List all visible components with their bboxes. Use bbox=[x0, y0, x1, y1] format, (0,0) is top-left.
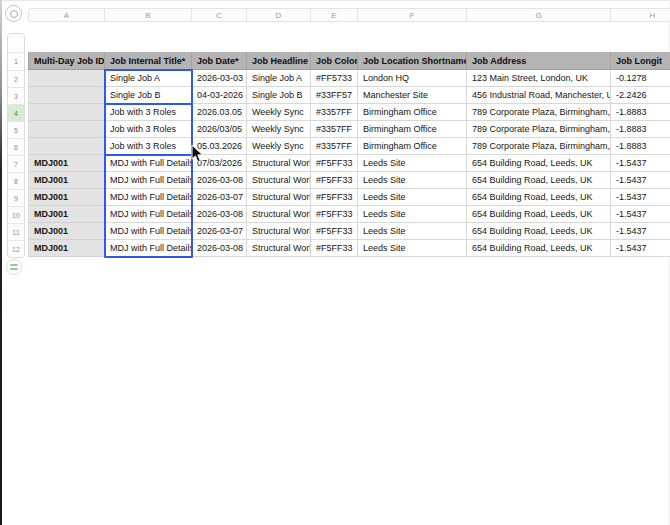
cell-H7[interactable]: -1.5437 bbox=[611, 155, 670, 172]
cell-D11[interactable]: Structural Work bbox=[247, 223, 311, 240]
cell-C5[interactable]: 2026/03/05 bbox=[192, 121, 247, 138]
cell-H10[interactable]: -1.5437 bbox=[611, 206, 670, 223]
row-number-4[interactable]: 4 bbox=[8, 105, 24, 122]
cell-E4[interactable]: #3357FF bbox=[311, 104, 358, 121]
cell-D2[interactable]: Single Job A bbox=[247, 70, 311, 87]
selection-range-3[interactable] bbox=[104, 154, 193, 258]
column-letter-D[interactable]: D bbox=[247, 8, 311, 22]
cell-E5[interactable]: #3357FF bbox=[311, 121, 358, 138]
cell-E12[interactable]: #F5FF33 bbox=[311, 240, 358, 257]
header-cell-G1[interactable]: Job Address bbox=[467, 52, 611, 70]
header-cell-D1[interactable]: Job Headline bbox=[247, 52, 311, 70]
row-number-2[interactable]: 2 bbox=[8, 71, 24, 88]
selection-range-2[interactable] bbox=[104, 103, 193, 156]
header-cell-F1[interactable]: Job Location Shortname bbox=[358, 52, 467, 70]
column-letter-H[interactable]: H bbox=[611, 8, 670, 22]
row-number-11[interactable]: 11 bbox=[8, 224, 24, 241]
cell-A8[interactable]: MDJ001 bbox=[28, 172, 105, 189]
cell-G11[interactable]: 654 Building Road, Leeds, UK bbox=[467, 223, 611, 240]
column-letter-G[interactable]: G bbox=[467, 8, 611, 22]
cell-C7[interactable]: 07/03/2026 bbox=[192, 155, 247, 172]
cell-D9[interactable]: Structural Work bbox=[247, 189, 311, 206]
cell-A12[interactable]: MDJ001 bbox=[28, 240, 105, 257]
cell-H6[interactable]: -1.8883 bbox=[611, 138, 670, 155]
cell-A5[interactable] bbox=[28, 121, 105, 138]
cell-C10[interactable]: 2026-03-08 bbox=[192, 206, 247, 223]
cell-A11[interactable]: MDJ001 bbox=[28, 223, 105, 240]
cell-F8[interactable]: Leeds Site bbox=[358, 172, 467, 189]
cell-G7[interactable]: 654 Building Road, Leeds, UK bbox=[467, 155, 611, 172]
cell-C9[interactable]: 2026-03-07 bbox=[192, 189, 247, 206]
cell-F9[interactable]: Leeds Site bbox=[358, 189, 467, 206]
cell-H5[interactable]: -1.8883 bbox=[611, 121, 670, 138]
cell-C3[interactable]: 04-03-2026 bbox=[192, 87, 247, 104]
cell-E6[interactable]: #3357FF bbox=[311, 138, 358, 155]
header-cell-E1[interactable]: Job Color bbox=[311, 52, 358, 70]
cell-D8[interactable]: Structural Work bbox=[247, 172, 311, 189]
cell-E9[interactable]: #F5FF33 bbox=[311, 189, 358, 206]
row-number-5[interactable]: 5 bbox=[8, 122, 24, 139]
cell-F4[interactable]: Birmingham Office bbox=[358, 104, 467, 121]
header-cell-C1[interactable]: Job Date* bbox=[192, 52, 247, 70]
cell-C12[interactable]: 2026-03-08 bbox=[192, 240, 247, 257]
header-cell-H1[interactable]: Job Longit bbox=[611, 52, 670, 70]
cell-D12[interactable]: Structural Work bbox=[247, 240, 311, 257]
cell-F12[interactable]: Leeds Site bbox=[358, 240, 467, 257]
cell-H9[interactable]: -1.5437 bbox=[611, 189, 670, 206]
cell-A6[interactable] bbox=[28, 138, 105, 155]
cell-C6[interactable]: 05.03.2026 bbox=[192, 138, 247, 155]
cell-C2[interactable]: 2026-03-03 bbox=[192, 70, 247, 87]
cell-H2[interactable]: -0.1278 bbox=[611, 70, 670, 87]
header-cell-A1[interactable]: Multi-Day Job ID bbox=[28, 52, 105, 70]
cell-G10[interactable]: 654 Building Road, Leeds, UK bbox=[467, 206, 611, 223]
cell-G2[interactable]: 123 Main Street, London, UK bbox=[467, 70, 611, 87]
selection-range-1[interactable] bbox=[104, 69, 193, 105]
column-letter-F[interactable]: F bbox=[358, 8, 467, 22]
cell-F6[interactable]: Birmingham Office bbox=[358, 138, 467, 155]
cell-A9[interactable]: MDJ001 bbox=[28, 189, 105, 206]
row-number-7[interactable]: 7 bbox=[8, 156, 24, 173]
cell-E11[interactable]: #F5FF33 bbox=[311, 223, 358, 240]
cell-G6[interactable]: 789 Corporate Plaza, Birmingham, UK bbox=[467, 138, 611, 155]
cell-D4[interactable]: Weekly Sync bbox=[247, 104, 311, 121]
cell-C11[interactable]: 2026-03-07 bbox=[192, 223, 247, 240]
cell-E2[interactable]: #FF5733 bbox=[311, 70, 358, 87]
cell-E8[interactable]: #F5FF33 bbox=[311, 172, 358, 189]
cell-G4[interactable]: 789 Corporate Plaza, Birmingham, UK bbox=[467, 104, 611, 121]
cell-D5[interactable]: Weekly Sync bbox=[247, 121, 311, 138]
cell-A10[interactable]: MDJ001 bbox=[28, 206, 105, 223]
cell-F2[interactable]: London HQ bbox=[358, 70, 467, 87]
cell-C4[interactable]: 2026.03.05 bbox=[192, 104, 247, 121]
add-row-handle[interactable] bbox=[6, 259, 22, 275]
row-number-1[interactable]: 1 bbox=[8, 53, 24, 71]
cell-E7[interactable]: #F5FF33 bbox=[311, 155, 358, 172]
cell-A3[interactable] bbox=[28, 87, 105, 104]
cell-H4[interactable]: -1.8883 bbox=[611, 104, 670, 121]
row-number-3[interactable]: 3 bbox=[8, 88, 24, 105]
column-letter-B[interactable]: B bbox=[105, 8, 192, 22]
row-number-6[interactable]: 6 bbox=[8, 139, 24, 156]
column-letter-C[interactable]: C bbox=[192, 8, 247, 22]
cell-G9[interactable]: 654 Building Road, Leeds, UK bbox=[467, 189, 611, 206]
cell-A7[interactable]: MDJ001 bbox=[28, 155, 105, 172]
cell-H12[interactable]: -1.5437 bbox=[611, 240, 670, 257]
row-number-12[interactable]: 12 bbox=[8, 241, 24, 257]
cell-D6[interactable]: Weekly Sync bbox=[247, 138, 311, 155]
row-number-8[interactable]: 8 bbox=[8, 173, 24, 190]
cell-A2[interactable] bbox=[28, 70, 105, 87]
row-number-9[interactable]: 9 bbox=[8, 190, 24, 207]
cell-G12[interactable]: 654 Building Road, Leeds, UK bbox=[467, 240, 611, 257]
column-letter-A[interactable]: A bbox=[28, 8, 105, 22]
cell-G5[interactable]: 789 Corporate Plaza, Birmingham, UK bbox=[467, 121, 611, 138]
cell-D7[interactable]: Structural Work bbox=[247, 155, 311, 172]
cell-F11[interactable]: Leeds Site bbox=[358, 223, 467, 240]
cell-D3[interactable]: Single Job B bbox=[247, 87, 311, 104]
cell-F7[interactable]: Leeds Site bbox=[358, 155, 467, 172]
cell-H11[interactable]: -1.5437 bbox=[611, 223, 670, 240]
cell-F5[interactable]: Birmingham Office bbox=[358, 121, 467, 138]
cell-G3[interactable]: 456 Industrial Road, Manchester, UK bbox=[467, 87, 611, 104]
cell-A4[interactable] bbox=[28, 104, 105, 121]
cell-H3[interactable]: -2.2426 bbox=[611, 87, 670, 104]
cell-H8[interactable]: -1.5437 bbox=[611, 172, 670, 189]
cell-F3[interactable]: Manchester Site bbox=[358, 87, 467, 104]
